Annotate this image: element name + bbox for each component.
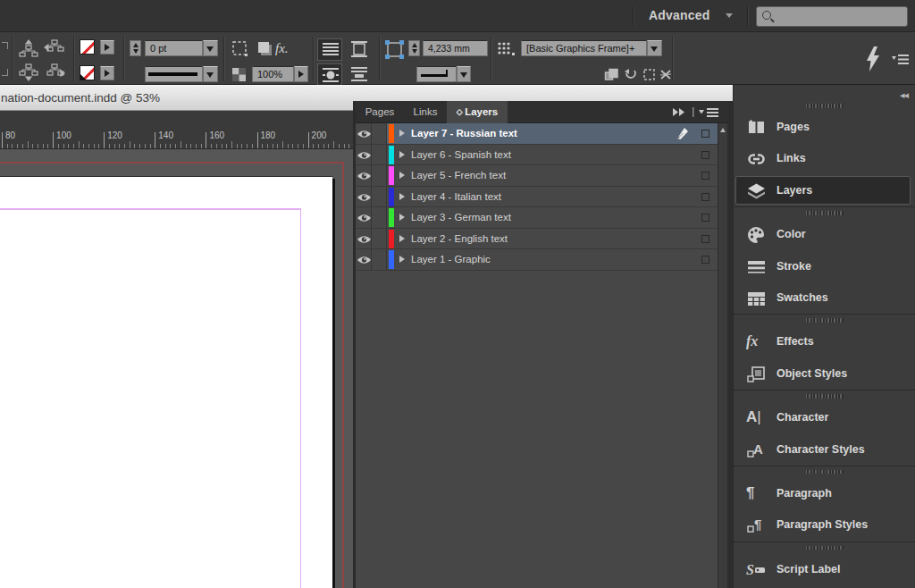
layer-row[interactable]: Layer 3 - German text: [356, 207, 718, 229]
search-input[interactable]: [756, 6, 908, 27]
clear-overrides-icon[interactable]: [624, 68, 638, 81]
panel-menu-icon[interactable]: [892, 54, 909, 65]
dock-group-grip[interactable]: [806, 470, 844, 475]
layer-disclosure-triangle[interactable]: [399, 172, 405, 179]
fx-effects-icon[interactable]: fx.: [275, 41, 289, 56]
panel-tab-layers[interactable]: ◇ Layers: [447, 101, 508, 123]
flow-right-icon[interactable]: [43, 63, 66, 82]
dock-item-paragraph-styles[interactable]: ¶Paragraph Styles: [734, 509, 915, 541]
wrap-jump-button[interactable]: [347, 63, 372, 86]
page[interactable]: [0, 176, 332, 588]
corner-size-field[interactable]: 4,233 mm: [423, 40, 488, 56]
layer-lock-cell[interactable]: [373, 187, 387, 207]
layer-disclosure-triangle[interactable]: [399, 214, 405, 221]
stroke-weight-field[interactable]: 0 pt: [145, 40, 203, 56]
frame-fitting-icon[interactable]: [384, 39, 405, 60]
dock-item-links[interactable]: Links: [734, 143, 915, 174]
layer-disclosure-triangle[interactable]: [399, 235, 405, 242]
layer-name[interactable]: Layer 5 - French text: [411, 170, 506, 181]
layer-target-checkbox[interactable]: [701, 214, 709, 222]
dock-item-character-styles[interactable]: ACharacter Styles: [734, 434, 915, 466]
chevron-down-icon[interactable]: [726, 13, 733, 18]
wrap-bounding-box-button[interactable]: [347, 38, 372, 61]
dock-group-grip[interactable]: [806, 104, 844, 108]
layer-name[interactable]: Layer 3 - German text: [411, 212, 511, 223]
layer-name[interactable]: Layer 1 - Graphic: [411, 254, 491, 265]
dock-item-character[interactable]: A|Character: [734, 402, 915, 433]
layer-disclosure-triangle[interactable]: [399, 193, 405, 200]
quick-apply-frame-icon[interactable]: [642, 68, 657, 81]
layer-lock-cell[interactable]: [373, 123, 387, 144]
fill-color-menu-button[interactable]: [100, 66, 114, 80]
layer-visibility-toggle[interactable]: [354, 229, 372, 249]
dock-item-stroke[interactable]: Stroke: [734, 251, 915, 282]
layer-row[interactable]: Layer 1 - Graphic: [356, 249, 718, 271]
layer-target-checkbox[interactable]: [701, 193, 709, 201]
layer-visibility-toggle[interactable]: [354, 165, 372, 186]
fill-color-swatch[interactable]: [80, 65, 95, 80]
layer-lock-cell[interactable]: [373, 207, 387, 228]
dock-item-paragraph[interactable]: ¶Paragraph: [734, 478, 915, 509]
corner-style-field[interactable]: [416, 66, 457, 82]
dock-item-effects[interactable]: fxEffects: [734, 326, 915, 357]
layer-row[interactable]: Layer 7 - Russian text: [356, 123, 718, 145]
flow-up-icon[interactable]: [18, 38, 39, 58]
dock-item-swatches[interactable]: Swatches: [734, 282, 915, 314]
object-style-icon[interactable]: [497, 41, 516, 56]
layer-row[interactable]: Layer 2 - English text: [356, 229, 718, 250]
opacity-field[interactable]: 100%: [252, 66, 294, 82]
layer-target-checkbox[interactable]: [701, 130, 709, 138]
layer-lock-cell[interactable]: [373, 165, 387, 186]
layer-name[interactable]: Layer 6 - Spanish text: [411, 149, 511, 160]
layer-lock-cell[interactable]: [373, 249, 387, 270]
layer-row[interactable]: Layer 6 - Spanish text: [356, 145, 718, 166]
corner-size-stepper[interactable]: [408, 40, 420, 56]
stroke-color-swatch[interactable]: [80, 39, 95, 55]
layer-disclosure-triangle[interactable]: [399, 130, 405, 137]
dock-item-layers[interactable]: Layers: [734, 175, 915, 206]
layer-target-checkbox[interactable]: [701, 235, 709, 243]
layer-disclosure-triangle[interactable]: [399, 151, 405, 158]
layer-name[interactable]: Layer 4 - Italian text: [411, 191, 501, 202]
style-override-icon[interactable]: [604, 68, 619, 81]
dock-group-grip[interactable]: [806, 394, 844, 399]
layer-target-checkbox[interactable]: [701, 172, 709, 180]
break-link-icon[interactable]: [659, 68, 672, 81]
layer-name[interactable]: Layer 7 - Russian text: [411, 128, 517, 139]
stroke-type-field[interactable]: [145, 66, 203, 82]
stroke-type-dropdown[interactable]: [203, 66, 218, 82]
layer-visibility-toggle[interactable]: [354, 187, 372, 207]
stroke-weight-stepper[interactable]: [130, 40, 141, 56]
layer-lock-cell[interactable]: [373, 145, 387, 165]
layer-disclosure-triangle[interactable]: [399, 256, 405, 263]
dock-group-grip[interactable]: [806, 546, 844, 550]
drop-shadow-icon[interactable]: [256, 40, 273, 57]
scroll-up-icon[interactable]: [720, 128, 726, 132]
layer-visibility-toggle[interactable]: [354, 207, 372, 228]
layer-row[interactable]: Layer 4 - Italian text: [356, 187, 718, 208]
workspace-switcher[interactable]: Advanced: [649, 8, 710, 22]
wrap-object-shape-button[interactable]: [317, 63, 342, 86]
transparency-icon[interactable]: [231, 67, 247, 82]
object-style-field[interactable]: [Basic Graphics Frame]+: [521, 40, 647, 56]
stroke-weight-dropdown[interactable]: [203, 40, 218, 56]
dock-item-color[interactable]: Color: [734, 219, 915, 250]
quick-apply-lightning-icon[interactable]: [866, 46, 880, 71]
dock-group-grip[interactable]: [806, 211, 844, 215]
flow-left-icon[interactable]: [43, 38, 66, 58]
layer-target-checkbox[interactable]: [701, 256, 709, 264]
object-style-dropdown[interactable]: [647, 40, 662, 56]
panel-tab-links[interactable]: Links: [407, 101, 444, 123]
panel-tab-pages[interactable]: Pages: [356, 101, 404, 123]
flow-down-icon[interactable]: [18, 63, 39, 82]
layer-row[interactable]: Layer 5 - French text: [356, 165, 718, 187]
dock-item-pages[interactable]: Pages: [734, 112, 915, 143]
layer-lock-cell[interactable]: [373, 229, 387, 249]
dock-item-script-label[interactable]: SScript Label: [734, 554, 915, 585]
stroke-color-menu-button[interactable]: [100, 40, 114, 55]
layer-target-checkbox[interactable]: [701, 151, 709, 159]
layer-visibility-toggle[interactable]: [354, 145, 372, 165]
selection-frame-icon[interactable]: [231, 40, 248, 57]
layer-visibility-toggle[interactable]: [354, 249, 372, 270]
corner-style-dropdown[interactable]: [457, 66, 471, 82]
